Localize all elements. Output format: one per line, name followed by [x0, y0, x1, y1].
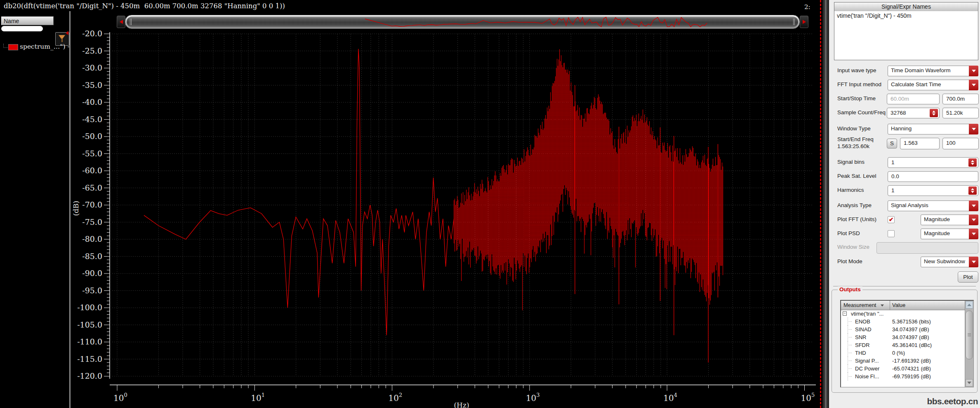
- chevron-down-icon[interactable]: [969, 66, 978, 76]
- sample-count-spinner[interactable]: [930, 109, 938, 117]
- svg-text:-60.0: -60.0: [82, 166, 102, 175]
- svg-text:-90.0: -90.0: [82, 269, 102, 278]
- measurements-table[interactable]: Measurement Value −vtime('tran "...ENOB5…: [840, 300, 974, 387]
- plot-button[interactable]: Plot: [958, 271, 978, 283]
- sort-arrow-icon[interactable]: [881, 304, 884, 307]
- strip-scroll-left-button[interactable]: [117, 16, 125, 28]
- name-column-header[interactable]: Name: [1, 17, 54, 25]
- trace-color-swatch[interactable]: [8, 44, 18, 50]
- chevron-down-icon[interactable]: [969, 215, 978, 225]
- measurement-row[interactable]: Signal P...-17.691392 (dB): [841, 357, 965, 365]
- dropdown-value: Hanning: [891, 125, 912, 132]
- svg-text:(dB): (dB): [72, 201, 80, 216]
- signal-expr-list[interactable]: vtime('tran "/Digit_N") - 450m: [834, 11, 978, 60]
- row-start-stop-time: Start/Stop Time 60.00m 700.0m: [829, 94, 980, 105]
- start-freq-field[interactable]: 1.563: [900, 138, 940, 149]
- row-peak-sat-level: Peak Sat. Level 0.0: [829, 171, 980, 182]
- dropdown-value: New Subwindow: [924, 258, 965, 264]
- svg-text:-25.0: -25.0: [82, 46, 102, 55]
- measurement-row[interactable]: SINAD34.074397 (dB): [841, 325, 965, 333]
- field-label: Start/End Freq: [837, 136, 874, 142]
- svg-text:100: 100: [113, 392, 127, 403]
- signal-expr-item[interactable]: vtime('tran "/Digit_N") - 450m: [834, 11, 978, 20]
- thumb-grips: [968, 333, 971, 337]
- tree-branch: [3, 44, 8, 48]
- measurement-row[interactable]: ENOB5.3671536 (bits): [841, 318, 965, 325]
- plot-psd-checkbox[interactable]: [888, 230, 895, 237]
- name-filter-scrollbar[interactable]: [1, 26, 43, 31]
- measurement-row[interactable]: SFDR45.361401 (dBc): [841, 341, 965, 349]
- plot-fft-units-dropdown[interactable]: Magnitude: [921, 215, 978, 225]
- trace-label: spectrum_…") - 4: [20, 43, 69, 50]
- overview-scrollbar-thumb[interactable]: [127, 17, 798, 27]
- thumb-grip: [131, 19, 132, 25]
- column-header-value[interactable]: Value: [892, 302, 905, 308]
- sweep-freq-button[interactable]: S: [887, 139, 897, 149]
- svg-text:104: 104: [663, 392, 677, 403]
- harmonics-field[interactable]: 1: [888, 185, 978, 196]
- strip-scroll-right-button[interactable]: [800, 16, 808, 28]
- measurement-root-row[interactable]: −vtime('tran "...: [841, 310, 965, 318]
- sample-count-field[interactable]: 32768: [887, 108, 940, 118]
- trace-list-item[interactable]: spectrum_…") - 4: [0, 43, 69, 51]
- analysis-type-dropdown[interactable]: Signal Analysis: [888, 200, 978, 211]
- signal-bins-field[interactable]: 1: [888, 157, 978, 168]
- signal-bins-spinner[interactable]: [968, 158, 977, 167]
- harmonics-spinner[interactable]: [968, 186, 977, 195]
- panel-separator[interactable]: [69, 11, 71, 408]
- tree-branch: [845, 349, 853, 357]
- field-label: FFT Input method: [837, 81, 881, 87]
- row-window-size: Window Size: [829, 242, 980, 254]
- start-time-field[interactable]: 60.00m: [887, 94, 940, 104]
- end-freq-field[interactable]: 100: [942, 138, 979, 149]
- scroll-down-button[interactable]: [966, 379, 973, 387]
- measurements-rows: −vtime('tran "...ENOB5.3671536 (bits)SIN…: [841, 310, 965, 387]
- sample-freq-field[interactable]: 51.20k: [942, 108, 979, 118]
- plot-fft-checkbox[interactable]: ✔: [888, 216, 895, 223]
- chevron-down-icon[interactable]: [969, 124, 978, 134]
- panel-collapse-arrow-icon[interactable]: [66, 31, 68, 35]
- svg-text:103: 103: [526, 392, 540, 403]
- svg-text:-105.0: -105.0: [77, 320, 102, 329]
- chevron-down-icon[interactable]: [969, 257, 978, 267]
- window-type-dropdown[interactable]: Hanning: [888, 124, 978, 134]
- scrollbar-thumb[interactable]: [966, 311, 973, 359]
- spectrum-plot-canvas[interactable]: -20.0-25.0-30.0-35.0-40.0-45.0-50.0-55.0…: [0, 0, 822, 408]
- fft-input-method-dropdown[interactable]: Calculate Start Time: [888, 80, 978, 90]
- pane-splitter[interactable]: [822, 0, 829, 408]
- measurement-row[interactable]: THD0 (%): [841, 349, 965, 357]
- tree-collapse-icon[interactable]: −: [843, 311, 847, 316]
- svg-text:-70.0: -70.0: [82, 200, 102, 209]
- plot-mode-dropdown[interactable]: New Subwindow: [921, 257, 978, 267]
- chevron-down-icon[interactable]: [969, 80, 978, 90]
- svg-text:-50.0: -50.0: [82, 132, 102, 141]
- measurement-row[interactable]: DC Power-65.074321 (dB): [841, 365, 965, 373]
- measurement-row[interactable]: SNR34.074397 (dB): [841, 333, 965, 341]
- table-scrollbar[interactable]: [965, 301, 973, 387]
- harmonics-value: 1: [891, 187, 895, 193]
- tree-branch: [845, 325, 853, 333]
- peak-sat-level-field[interactable]: 0.0: [888, 171, 978, 182]
- input-wave-type-dropdown[interactable]: Time Domain Waveform: [888, 66, 978, 76]
- column-header-measurement[interactable]: Measurement: [843, 302, 876, 308]
- overview-waveform: [127, 17, 798, 27]
- chevron-down-icon[interactable]: [969, 200, 978, 211]
- measurement-row[interactable]: Noise Fl...-69.759195 (dB): [841, 373, 965, 380]
- svg-text:-120.0: -120.0: [77, 371, 102, 380]
- scroll-up-button[interactable]: [966, 301, 973, 309]
- plot-psd-units-dropdown[interactable]: Magnitude: [921, 229, 978, 239]
- thumb-grip: [794, 19, 795, 25]
- chevron-down-icon[interactable]: [969, 229, 978, 239]
- column-divider[interactable]: [890, 301, 890, 310]
- signal-bins-value: 1: [891, 159, 895, 165]
- row-signal-bins: Signal bins 1: [829, 157, 980, 168]
- stop-time-field[interactable]: 700.0m: [942, 94, 979, 104]
- measurements-table-header[interactable]: Measurement Value: [841, 301, 965, 310]
- svg-text:(Hz): (Hz): [454, 401, 469, 408]
- measurement-value: -65.074321 (dB): [892, 365, 931, 373]
- measurement-value: -17.691392 (dB): [892, 357, 931, 365]
- overview-scrollbar[interactable]: [125, 15, 800, 29]
- right-arrow-icon: [803, 20, 806, 24]
- svg-text:-65.0: -65.0: [82, 183, 102, 192]
- trace-name-panel: Name spectrum_…") - 4: [0, 11, 69, 408]
